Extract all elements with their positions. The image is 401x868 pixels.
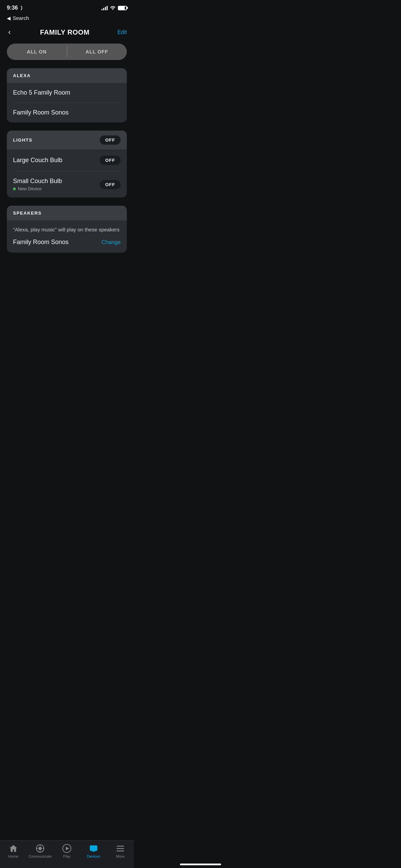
speakers-section-title: SPEAKERS bbox=[13, 210, 42, 216]
lights-section-header: LIGHTS OFF bbox=[7, 131, 127, 149]
signal-icon bbox=[101, 5, 108, 10]
large-couch-bulb-device: Large Couch Bulb bbox=[13, 157, 62, 164]
wifi-icon bbox=[110, 5, 116, 11]
edit-button[interactable]: Edit bbox=[117, 29, 127, 35]
battery-icon bbox=[118, 6, 127, 10]
status-time: 9:36 bbox=[7, 5, 18, 11]
all-off-button[interactable]: ALL OFF bbox=[67, 44, 127, 60]
list-item[interactable]: Large Couch Bulb OFF bbox=[7, 149, 127, 171]
page-title: FAMILY ROOM bbox=[12, 28, 117, 36]
family-room-sonos-device: Family Room Sonos bbox=[13, 109, 69, 116]
current-speaker-name: Family Room Sonos bbox=[13, 239, 69, 246]
back-arrow-small-icon: ◀ bbox=[7, 15, 11, 21]
small-couch-bulb-toggle[interactable]: OFF bbox=[100, 180, 121, 189]
status-bar: 9:36 ⟩ bbox=[0, 0, 134, 14]
new-device-label: New Device bbox=[18, 186, 41, 191]
lights-section: LIGHTS OFF Large Couch Bulb OFF Small Co… bbox=[7, 131, 127, 197]
status-icons bbox=[101, 5, 127, 11]
small-couch-bulb-info: Small Couch Bulb New Device bbox=[13, 178, 62, 191]
page-header: ‹ FAMILY ROOM Edit bbox=[0, 24, 134, 44]
back-nav[interactable]: ◀ Search bbox=[0, 14, 134, 24]
all-on-button[interactable]: ALL ON bbox=[7, 44, 67, 60]
green-dot-icon bbox=[13, 188, 16, 190]
list-item[interactable]: Echo 5 Family Room bbox=[7, 83, 127, 103]
speakers-section: SPEAKERS "Alexa, play music" will play o… bbox=[7, 206, 127, 253]
speakers-description: "Alexa, play music" will play on these s… bbox=[7, 220, 127, 236]
back-button[interactable]: ‹ bbox=[7, 26, 12, 38]
alexa-section: ALEXA Echo 5 Family Room Family Room Son… bbox=[7, 68, 127, 122]
alexa-section-header: ALEXA bbox=[7, 68, 127, 83]
alexa-section-title: ALEXA bbox=[13, 73, 31, 78]
list-item[interactable]: Small Couch Bulb New Device OFF bbox=[7, 171, 127, 197]
change-speaker-button[interactable]: Change bbox=[101, 239, 121, 245]
location-arrow-icon: ⟩ bbox=[21, 5, 22, 11]
echo-5-family-room-device: Echo 5 Family Room bbox=[13, 89, 70, 96]
large-couch-bulb-toggle[interactable]: OFF bbox=[100, 156, 121, 165]
speakers-section-header: SPEAKERS bbox=[7, 206, 127, 220]
all-on-off-toggle: ALL ON ALL OFF bbox=[7, 44, 127, 60]
new-device-badge: New Device bbox=[13, 186, 62, 191]
small-couch-bulb-device: Small Couch Bulb bbox=[13, 178, 62, 185]
list-item[interactable]: Family Room Sonos bbox=[7, 103, 127, 122]
speakers-row: Family Room Sonos Change bbox=[7, 236, 127, 253]
lights-section-title: LIGHTS bbox=[13, 137, 33, 143]
back-nav-label: Search bbox=[13, 15, 29, 21]
lights-all-off-toggle[interactable]: OFF bbox=[100, 135, 121, 145]
